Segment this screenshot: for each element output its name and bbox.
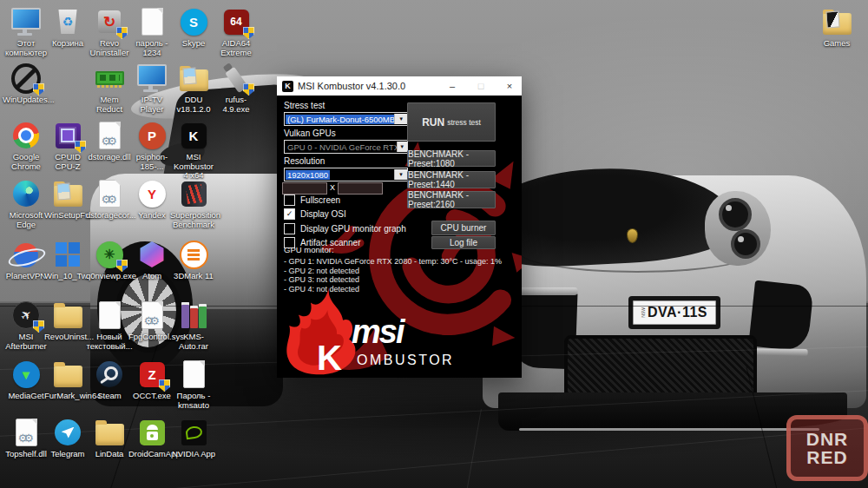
window-titlebar[interactable]: K MSI Kombustor v4.1.30.0 – □ × <box>277 76 522 96</box>
desktop-icon-dstoragecor[interactable]: ⚙⚙dstoragecor... <box>87 179 132 221</box>
log-file-button[interactable]: Log file <box>431 236 496 249</box>
checkbox-icon[interactable] <box>284 223 295 234</box>
custom-width-input[interactable] <box>282 182 327 195</box>
desktop-icon-recycle-bin[interactable]: ♻Корзина <box>45 7 90 49</box>
uac-shield-icon <box>116 260 128 272</box>
desktop-icon-ddu-folder[interactable]: DDU v18.1.2.0 <box>171 63 216 114</box>
app-icon: K <box>282 81 293 92</box>
icon-label: NVIDIA App <box>172 450 215 459</box>
desktop-icon-nvidia-app[interactable]: NVIDIA App <box>171 418 216 459</box>
benchmark-1080-button[interactable]: BENCHMARK - Preset:1080 <box>407 150 496 167</box>
desktop-icon-rufus[interactable]: rufus-4.9.exe <box>214 63 259 114</box>
desktop-icon-lindata-folder[interactable]: LinData <box>87 418 132 459</box>
desktop-icon-planetvpn[interactable]: PlanetVPN <box>3 240 49 281</box>
camera-lens <box>150 434 154 438</box>
3dmark11-icon <box>179 240 208 269</box>
benchmark-1440-button[interactable]: BENCHMARK - Preset:1440 <box>407 171 496 188</box>
desktop-icon-skype[interactable]: SSkype <box>171 7 216 49</box>
logo-letter-k: K <box>317 340 342 375</box>
desktop-icon-dstorage-dll[interactable]: ⚙⚙dstorage.dll <box>87 121 132 162</box>
folder-preview <box>56 182 70 200</box>
desktop-icon-superposition[interactable]: Superposition Benchmark <box>171 179 216 229</box>
desktop-icon-revouninst-folder[interactable]: RevoUninst... <box>45 300 90 342</box>
desktop-icon-this-pc[interactable]: Этот компьютер <box>3 7 49 57</box>
vulkan-gpu-value: GPU 0 - NVIDIA GeForce RTX 2080 <box>286 142 397 152</box>
fpgcontrol-icon: ⚙⚙ <box>137 300 167 330</box>
desktop-icon-parol-1234[interactable]: пароль - 1234 <box>129 7 174 57</box>
book <box>190 306 198 328</box>
desktop-icon-droidcam[interactable]: DroidCamApp <box>129 418 174 459</box>
checkbox-row-display-gpu-monitor-graph[interactable]: Display GPU monitor graph <box>284 223 406 234</box>
icon-label: KMS-Auto.rar <box>171 333 216 351</box>
desktop-icon-topshelf-dll[interactable]: ⚙⚙Topshelf.dll <box>3 418 49 459</box>
desktop-icon-cpu-z[interactable]: CPUID CPU-Z <box>45 121 90 171</box>
maximize-button[interactable]: □ <box>469 76 493 96</box>
cpu-burner-button[interactable]: CPU burner <box>431 221 496 235</box>
chevron-down-icon[interactable]: ▼ <box>394 114 407 124</box>
window-title: MSI Kombustor v4.1.30.0 <box>298 81 436 91</box>
checkbox-row-display-osi[interactable]: ✓Display OSI <box>284 209 406 220</box>
desktop-icon-fpgcontrol[interactable]: ⚙⚙FpgControl.sys <box>129 300 174 342</box>
chrome-center <box>18 128 34 143</box>
checkbox-icon[interactable]: ✓ <box>284 208 295 220</box>
checkbox-icon[interactable] <box>284 195 295 206</box>
chevron-down-icon[interactable]: ▼ <box>397 142 407 152</box>
monitor-screen <box>137 64 167 86</box>
desktop-icon-iptv-player[interactable]: IP-TV Player <box>129 63 174 114</box>
desktop-icon-revo-uninstaller[interactable]: ↻Revo Uninstaller <box>87 7 132 57</box>
desktop-icon-mem-reduct[interactable]: Mem Reduct <box>87 63 132 114</box>
desktop-icon-telegram[interactable]: Telegram <box>45 418 90 459</box>
desktop-icon-microsoft-edge[interactable]: Microsoft Edge <box>3 179 49 229</box>
desktop-icon-msi-kombustor[interactable]: KMSI Kombustor 4 x64 <box>171 121 216 181</box>
aida64-icon: 64 <box>221 7 251 36</box>
icon-label: CPUID CPU-Z <box>45 153 90 171</box>
vulkan-gpu-dropdown[interactable]: GPU 0 - NVIDIA GeForce RTX 2080 ▼ <box>284 140 408 154</box>
desktop-icon-furmark-folder[interactable]: FurMark_win64 <box>45 359 90 401</box>
desktop-icon-psiphon[interactable]: Ppsiphon-185-... <box>129 121 174 171</box>
run-stress-test-button[interactable]: RUN stress test <box>407 102 496 142</box>
icon-label: Google Chrome <box>3 153 49 171</box>
uac-shield-icon <box>116 27 128 39</box>
desktop-icon-mediaget[interactable]: ▼MediaGet <box>3 359 49 401</box>
desktop-icon-winupdates[interactable]: WinUpdates... <box>3 63 49 105</box>
icon-label: Telegram <box>50 450 84 459</box>
stress-test-dropdown[interactable]: (GL) FurMark-Donut-6500MB ▼ <box>284 112 408 126</box>
book <box>199 304 207 328</box>
dstorage-dll-icon: ⚙⚙ <box>95 121 124 150</box>
icon-label: Win_10_Tw... <box>44 272 91 281</box>
checkbox-row-fullscreen[interactable]: Fullscreen <box>284 195 406 205</box>
desktop-icon-win10-tweaker[interactable]: Win_10_Tw... <box>45 240 90 281</box>
desktop-icon-3dmark11[interactable]: 3DMark 11 <box>171 240 216 281</box>
droidcam-icon <box>137 418 167 447</box>
icon-label: dstoragecor... <box>86 211 133 221</box>
paper-plane-icon <box>62 427 75 439</box>
desktop-icon-parol-kmsauto[interactable]: Пароль - kmsauto <box>171 359 216 410</box>
desktop-icon-kms-auto-rar[interactable]: KMS-Auto.rar <box>171 300 216 351</box>
desktop-icon-new-text-doc[interactable]: Новый текстовый... <box>87 300 132 351</box>
desktop-icon-chrome[interactable]: Google Chrome <box>3 121 49 171</box>
desktop-icon-games-folder[interactable]: Games <box>814 7 859 49</box>
minimize-button[interactable]: – <box>440 76 464 96</box>
desktop-icon-yandex[interactable]: YYandex <box>129 179 174 221</box>
resolution-dropdown[interactable]: 1920x1080 ▼ <box>284 168 408 181</box>
desktop-icon-msi-afterburner[interactable]: ✈MSI Afterburner <box>3 300 49 351</box>
desktop-icon-steam[interactable]: Steam <box>87 359 132 401</box>
gpu-monitor-line: - GPU 1: NVIDIA GeForce RTX 2080 - temp:… <box>284 257 502 267</box>
desktop-icon-winsetup-folder[interactable]: WinSetupFro... <box>45 179 90 221</box>
chevron-down-icon[interactable]: ▼ <box>394 169 407 180</box>
this-pc-icon <box>11 7 41 36</box>
desktop-icon-occt[interactable]: ZOCCT.exe <box>129 359 174 401</box>
icon-label: rufus-4.9.exe <box>214 96 259 114</box>
desktop-icon-drweb-cureit[interactable]: ✳q0nviewp.exe <box>87 240 132 281</box>
icon-label: Topshelf.dll <box>5 450 47 459</box>
close-button[interactable]: × <box>497 76 522 96</box>
psiphon-icon: P <box>137 121 167 150</box>
custom-height-input[interactable] <box>338 182 383 195</box>
desktop-icon-atom[interactable]: Atom <box>129 240 174 281</box>
new-text-doc-icon <box>95 300 124 330</box>
gpu-monitor-line: - GPU 3: not detected <box>284 275 502 285</box>
desktop-icon-aida64[interactable]: 64AIDA64 Extreme <box>214 7 259 57</box>
gear-icon: ⚙⚙ <box>144 314 155 327</box>
benchmark-2160-button[interactable]: BENCHMARK - Preset:2160 <box>407 191 496 208</box>
telegram-icon <box>53 418 82 447</box>
